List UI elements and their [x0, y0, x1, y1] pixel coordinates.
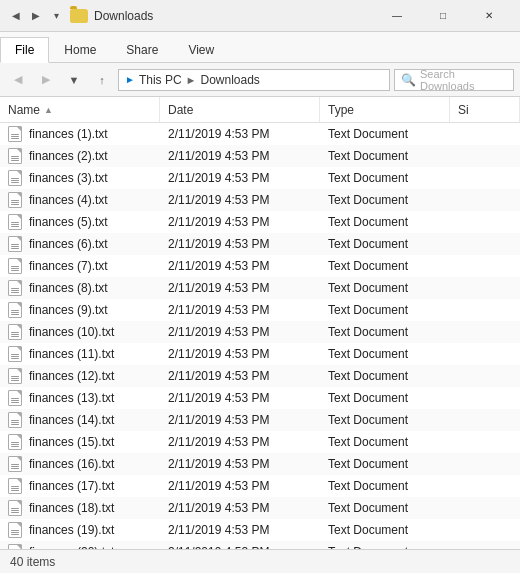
- title-bar-icons: ◀ ▶ ▾ Downloads: [8, 8, 153, 24]
- file-date-cell: 2/11/2019 4:53 PM: [160, 409, 320, 431]
- file-name-cell: finances (8).txt: [0, 277, 160, 299]
- file-icon-line: [11, 202, 19, 203]
- file-icon: [8, 214, 24, 230]
- file-size-cell: [450, 453, 520, 475]
- file-icon-lines: [11, 134, 19, 139]
- file-icon-lines: [11, 266, 19, 271]
- tab-share[interactable]: Share: [111, 36, 173, 62]
- table-row[interactable]: finances (1).txt 2/11/2019 4:53 PM Text …: [0, 123, 520, 145]
- back-quick-access-icon[interactable]: ◀: [8, 8, 24, 24]
- file-type-cell: Text Document: [320, 299, 450, 321]
- file-icon-line: [11, 314, 19, 315]
- file-icon-line: [11, 488, 19, 489]
- maximize-button[interactable]: □: [420, 0, 466, 32]
- tab-home[interactable]: Home: [49, 36, 111, 62]
- file-type-cell: Text Document: [320, 211, 450, 233]
- dropdown-quick-access-icon[interactable]: ▾: [48, 8, 64, 24]
- file-icon-lines: [11, 530, 19, 535]
- file-icon-lines: [11, 508, 19, 513]
- dropdown-recent-button[interactable]: ▼: [62, 68, 86, 92]
- file-icon-lines: [11, 222, 19, 227]
- file-icon-line: [11, 400, 19, 401]
- table-row[interactable]: finances (18).txt 2/11/2019 4:53 PM Text…: [0, 497, 520, 519]
- file-name-cell: finances (1).txt: [0, 123, 160, 145]
- file-icon-line: [11, 248, 19, 249]
- file-type-cell: Text Document: [320, 277, 450, 299]
- close-button[interactable]: ✕: [466, 0, 512, 32]
- file-icon-line: [11, 446, 19, 447]
- file-icon-lines: [11, 288, 19, 293]
- col-header-date[interactable]: Date: [160, 97, 320, 122]
- file-size-cell: [450, 255, 520, 277]
- table-row[interactable]: finances (17).txt 2/11/2019 4:53 PM Text…: [0, 475, 520, 497]
- table-row[interactable]: finances (11).txt 2/11/2019 4:53 PM Text…: [0, 343, 520, 365]
- table-row[interactable]: finances (12).txt 2/11/2019 4:53 PM Text…: [0, 365, 520, 387]
- table-row[interactable]: finances (10).txt 2/11/2019 4:53 PM Text…: [0, 321, 520, 343]
- path-downloads[interactable]: Downloads: [200, 73, 259, 87]
- forward-quick-access-icon[interactable]: ▶: [28, 8, 44, 24]
- forward-button[interactable]: ▶: [34, 68, 58, 92]
- file-icon-line: [11, 358, 19, 359]
- file-icon-line: [11, 270, 19, 271]
- file-icon: [8, 324, 24, 340]
- col-header-name[interactable]: Name ▲: [0, 97, 160, 122]
- table-row[interactable]: finances (6).txt 2/11/2019 4:53 PM Text …: [0, 233, 520, 255]
- file-type-cell: Text Document: [320, 453, 450, 475]
- path-this-pc[interactable]: This PC: [139, 73, 182, 87]
- table-row[interactable]: finances (4).txt 2/11/2019 4:53 PM Text …: [0, 189, 520, 211]
- file-size-cell: [450, 431, 520, 453]
- table-row[interactable]: finances (9).txt 2/11/2019 4:53 PM Text …: [0, 299, 520, 321]
- file-name-text: finances (7).txt: [29, 259, 108, 273]
- file-icon-line: [11, 266, 19, 267]
- col-header-type[interactable]: Type: [320, 97, 450, 122]
- file-size-cell: [450, 123, 520, 145]
- file-icon-img: [8, 412, 22, 428]
- table-row[interactable]: finances (7).txt 2/11/2019 4:53 PM Text …: [0, 255, 520, 277]
- file-icon-img: [8, 478, 22, 494]
- back-button[interactable]: ◀: [6, 68, 30, 92]
- window-title: Downloads: [94, 9, 153, 23]
- minimize-button[interactable]: —: [374, 0, 420, 32]
- file-icon-line: [11, 178, 19, 179]
- tab-view[interactable]: View: [173, 36, 229, 62]
- col-header-size[interactable]: Si: [450, 97, 520, 122]
- table-row[interactable]: finances (3).txt 2/11/2019 4:53 PM Text …: [0, 167, 520, 189]
- table-row[interactable]: finances (15).txt 2/11/2019 4:53 PM Text…: [0, 431, 520, 453]
- file-size-cell: [450, 409, 520, 431]
- file-icon-line: [11, 378, 19, 379]
- file-icon-line: [11, 244, 19, 245]
- file-name-cell: finances (11).txt: [0, 343, 160, 365]
- file-type-cell: Text Document: [320, 145, 450, 167]
- file-icon-line: [11, 336, 19, 337]
- file-icon: [8, 500, 24, 516]
- table-row[interactable]: finances (13).txt 2/11/2019 4:53 PM Text…: [0, 387, 520, 409]
- file-type-cell: Text Document: [320, 387, 450, 409]
- file-type-cell: Text Document: [320, 123, 450, 145]
- file-size-cell: [450, 365, 520, 387]
- file-icon: [8, 434, 24, 450]
- table-row[interactable]: finances (14).txt 2/11/2019 4:53 PM Text…: [0, 409, 520, 431]
- table-row[interactable]: finances (2).txt 2/11/2019 4:53 PM Text …: [0, 145, 520, 167]
- search-box[interactable]: 🔍 Search Downloads: [394, 69, 514, 91]
- file-name-cell: finances (14).txt: [0, 409, 160, 431]
- file-icon-img: [8, 346, 22, 362]
- file-icon-img: [8, 258, 22, 274]
- file-icon-line: [11, 204, 19, 205]
- up-button[interactable]: ↑: [90, 68, 114, 92]
- table-row[interactable]: finances (8).txt 2/11/2019 4:53 PM Text …: [0, 277, 520, 299]
- file-size-cell: [450, 519, 520, 541]
- file-icon-lines: [11, 486, 19, 491]
- file-icon-line: [11, 512, 19, 513]
- file-name-text: finances (4).txt: [29, 193, 108, 207]
- file-date-cell: 2/11/2019 4:53 PM: [160, 365, 320, 387]
- address-path[interactable]: ► This PC ► Downloads: [118, 69, 390, 91]
- table-row[interactable]: finances (16).txt 2/11/2019 4:53 PM Text…: [0, 453, 520, 475]
- table-row[interactable]: finances (19).txt 2/11/2019 4:53 PM Text…: [0, 519, 520, 541]
- table-row[interactable]: finances (5).txt 2/11/2019 4:53 PM Text …: [0, 211, 520, 233]
- file-type-cell: Text Document: [320, 255, 450, 277]
- file-icon-lines: [11, 310, 19, 315]
- file-icon-img: [8, 148, 22, 164]
- file-name-text: finances (8).txt: [29, 281, 108, 295]
- file-name-text: finances (18).txt: [29, 501, 114, 515]
- tab-file[interactable]: File: [0, 37, 49, 63]
